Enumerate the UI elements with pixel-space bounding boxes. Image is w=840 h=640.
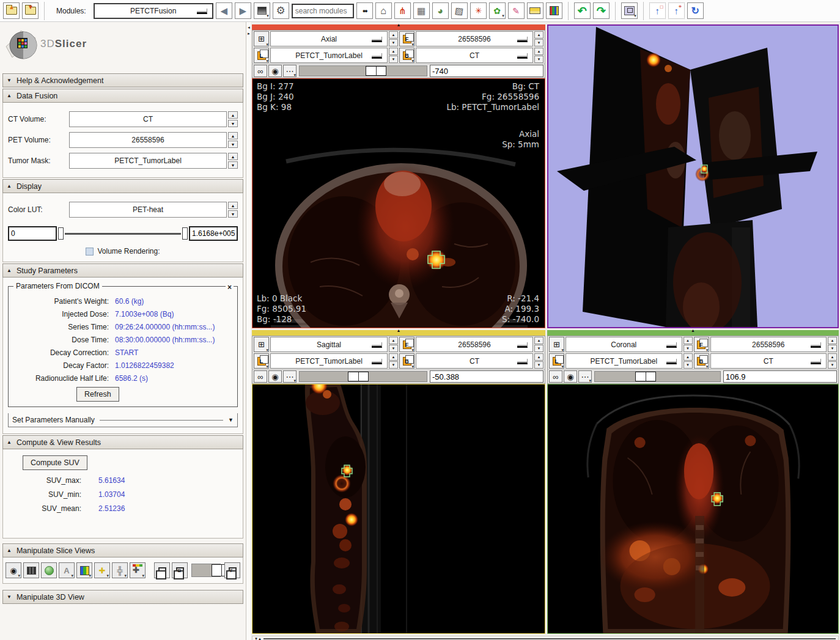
close-group-button[interactable]: × [226,283,234,292]
find-module-button[interactable]: ●● [356,2,373,19]
coronal-image[interactable] [547,384,839,634]
layout-select-button[interactable]: ▾ [621,2,638,19]
sagittal-background-select[interactable]: CT [416,353,533,369]
screenshot-button[interactable]: ▾ [254,2,270,19]
fade-slider[interactable] [191,564,221,577]
label-spinner[interactable]: ▲▼ [389,353,398,369]
pin-button[interactable]: ⊞▾ [254,31,269,46]
coronal-background-select[interactable]: CT [710,353,827,369]
background-layer-button[interactable]: B [172,562,188,578]
redo-button[interactable]: ↷ [593,2,610,19]
editor-module-button[interactable]: ✿▾ [489,2,506,19]
pin-button[interactable]: ⊞▾ [254,337,269,352]
colors-module-button[interactable] [546,2,562,19]
search-modules-input[interactable] [292,4,354,18]
volume-rendering-checkbox[interactable] [86,248,94,256]
models-module-button[interactable]: ◕ [432,2,449,19]
undo-button[interactable]: ↶ [574,2,591,19]
threed-viewport[interactable] [547,24,839,328]
axial-offset-slider[interactable] [299,65,427,76]
section-display[interactable]: Display [2,179,243,193]
foreground-layer-button[interactable]: F▾ [399,31,414,46]
link-views-button[interactable]: ∞ [254,65,267,77]
axial-color-bar[interactable] [252,24,545,30]
fg-spinner[interactable]: ▲▼ [534,337,543,352]
pet-volume-spinner[interactable]: ▲▼ [228,132,238,148]
annotations-button[interactable]: A▾ [59,562,75,578]
coronal-offset-input[interactable] [723,370,837,383]
fg-spinner[interactable]: ▲▼ [828,337,837,352]
sagittal-label-select[interactable]: PETCT_TumorLabel [270,353,388,369]
axial-orientation-select[interactable]: Axial [270,31,388,46]
open-scene-button[interactable]: ▲ [3,2,20,19]
section-compute-results[interactable]: Compute & View Results [2,435,243,449]
axial-background-select[interactable]: CT [416,48,533,63]
label-opacity-button[interactable]: ▾ [76,562,92,578]
scrollbar-thumb[interactable] [263,638,836,639]
module-back-button[interactable]: ◀ [216,2,232,19]
panel-splitter[interactable]: ◄► [246,22,251,640]
fiducials-module-button[interactable]: ✳ [470,2,487,19]
transforms-module-button[interactable]: ▨ [451,2,468,19]
coronal-orientation-select[interactable]: Coronal [566,337,682,352]
data-module-button[interactable]: ⋔ [394,2,411,19]
axial-offset-input[interactable] [430,65,543,77]
measurements-module-button[interactable]: ✎ [508,2,525,19]
link-views-button[interactable]: ∞ [254,370,267,383]
section-study-parameters[interactable]: Study Parameters [2,263,243,278]
more-options-button[interactable]: ⋯▾ [283,370,297,383]
more-options-button[interactable]: ⋯▾ [283,65,297,77]
foreground-layer-button[interactable]: F▾ [399,337,414,352]
axial-label-select[interactable]: PETCT_TumorLabel [270,48,388,63]
add-fiducial-button[interactable]: ↑ □ [649,2,666,19]
coronal-offset-slider[interactable] [594,371,721,382]
range-groove[interactable] [65,233,181,235]
label-layer-button[interactable]: L▾ [254,48,269,63]
color-lut-spinner[interactable]: ▲▼ [228,202,238,218]
sync-views-button[interactable]: ↻ [687,2,704,19]
range-max-handle[interactable] [182,227,188,240]
section-data-fusion[interactable]: Data Fusion [2,89,243,103]
color-lut-select[interactable]: PET-heat [69,202,227,218]
coronal-foreground-select[interactable]: 26558596 [710,337,827,352]
ruler-module-button[interactable] [527,2,543,19]
sagittal-foreground-select[interactable]: 26558596 [416,337,533,352]
orientation-spinner[interactable]: ▲▼ [683,337,693,352]
slider-handle[interactable] [635,372,656,381]
sagittal-offset-input[interactable] [430,370,543,383]
bg-spinner[interactable]: ▲▼ [828,353,837,369]
label-spinner[interactable]: ▲▼ [683,353,693,369]
sagittal-orientation-select[interactable]: Sagittal [270,337,388,352]
orientation-spinner[interactable]: ▲▼ [389,31,398,46]
background-layer-button[interactable]: B▾ [399,353,414,369]
section-manipulate-3d[interactable]: Manipulate 3D View [2,590,243,604]
link-views-button[interactable]: ∞ [549,370,562,383]
background-layer-button[interactable]: B▾ [399,48,414,63]
save-scene-button[interactable]: ▼ [22,2,39,19]
module-forward-button[interactable]: ▶ [235,2,251,19]
spatial-units-button[interactable]: ✚▾ [130,562,146,578]
bg-spinner[interactable]: ▲▼ [534,353,543,369]
refresh-button[interactable]: Refresh [76,387,119,402]
section-help[interactable]: Help & Acknowledgement [2,73,243,87]
pin-button[interactable]: ⊞▾ [549,337,564,352]
axial-foreground-select[interactable]: 26558596 [416,31,533,46]
tumor-mask-select[interactable]: PETCT_TumorLabel [69,153,227,169]
compute-suv-button[interactable]: Compute SUV [23,455,87,470]
orientation-spinner[interactable]: ▲▼ [389,337,398,352]
label-layer-button[interactable]: L▾ [254,353,269,369]
fit-window-button[interactable] [23,562,39,578]
viewport-horizontal-scrollbar[interactable]: ▼▲ [252,636,839,640]
compare-layers-button[interactable] [154,562,170,578]
foreground-layer-button[interactable]: F [224,562,240,578]
range-min-input[interactable] [8,226,57,241]
more-options-button[interactable]: ⋯▾ [578,370,592,383]
slider-handle[interactable] [366,66,386,76]
module-select[interactable]: PETCTFusion [94,3,213,19]
pet-volume-select[interactable]: 26558596 [69,132,227,148]
axial-image[interactable]: Bg I: 277Bg J: 240Bg K: 98 Bg: CTFg: 265… [252,78,545,328]
slice-visibility-button[interactable]: ◉▾ [6,562,21,578]
slice-visible-button[interactable]: ◉ [268,370,282,383]
label-spinner[interactable]: ▲▼ [389,48,398,63]
tumor-mask-spinner[interactable]: ▲▼ [228,153,238,169]
